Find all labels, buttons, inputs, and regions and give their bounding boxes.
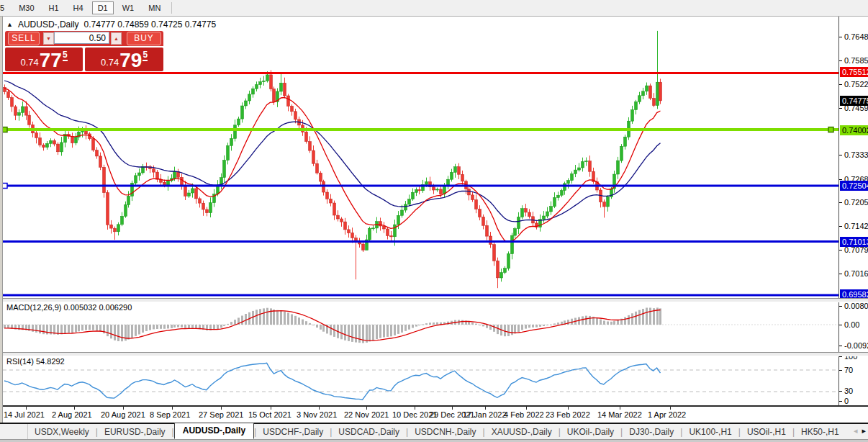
trade-panel-top-row: SELL ▼ ▲ BUY bbox=[5, 31, 163, 46]
buy-button[interactable]: BUY bbox=[127, 32, 161, 45]
chart-tab-bar: USDX,Weekly|EURUSD-,Daily|AUDUSD-,Daily|… bbox=[0, 424, 868, 439]
tab-scroll-left-icon[interactable]: ◂ bbox=[854, 426, 858, 436]
tab-scroll-arrows: ◂ ▸ bbox=[854, 426, 866, 436]
volume-decrease-icon[interactable]: ▼ bbox=[43, 32, 54, 45]
date-tick bbox=[620, 407, 620, 410]
collapse-trade-panel-icon[interactable]: ▲ bbox=[6, 21, 13, 28]
timeframe-button-H1[interactable]: H1 bbox=[43, 1, 65, 14]
date-tick bbox=[415, 407, 415, 410]
date-label: 22 Nov 2021 bbox=[344, 410, 389, 419]
buy-price-prefix: 0.74 bbox=[101, 57, 119, 68]
date-tick bbox=[670, 407, 671, 410]
buy-price-point: 5 bbox=[143, 50, 148, 61]
status-strip bbox=[0, 439, 868, 442]
date-label: 2 Aug 2021 bbox=[52, 410, 92, 419]
buy-price-button[interactable]: 0.74 79 5 bbox=[85, 48, 163, 71]
date-tick bbox=[485, 407, 486, 410]
chart-symbol-period: AUDUSD-,Daily bbox=[18, 19, 79, 30]
date-label: 3 Nov 2021 bbox=[297, 410, 337, 419]
tab-usdx-weekly[interactable]: USDX,Weekly bbox=[28, 425, 96, 438]
tab-bar-lead-notch bbox=[0, 424, 28, 439]
sell-price-point: 5 bbox=[63, 50, 68, 61]
date-label: 14 Mar 2022 bbox=[597, 410, 642, 419]
tab-usoil-h1[interactable]: USOil-,H1 bbox=[741, 425, 792, 438]
date-tick bbox=[221, 407, 222, 410]
timeframe-button-M30[interactable]: M30 bbox=[13, 1, 40, 14]
date-tick bbox=[526, 407, 527, 410]
macd-panel-separator[interactable] bbox=[0, 298, 868, 302]
timeframe-button-D1[interactable]: D1 bbox=[92, 1, 114, 14]
date-tick bbox=[319, 407, 320, 410]
date-tick bbox=[271, 407, 271, 410]
date-label: 15 Oct 2021 bbox=[248, 410, 291, 419]
date-tick bbox=[452, 407, 453, 410]
buy-price-pips: 79 bbox=[119, 50, 142, 71]
date-label: 23 Feb 2022 bbox=[546, 410, 590, 419]
date-label: 27 Sep 2021 bbox=[199, 410, 243, 419]
tab-hk50-h1[interactable]: HK50-,H1 bbox=[795, 425, 846, 438]
volume-increase-icon[interactable]: ▲ bbox=[111, 32, 122, 45]
tab-xauusd-daily[interactable]: XAUUSD-,Daily bbox=[485, 425, 559, 438]
date-label: 17 Jan 2022 bbox=[463, 410, 507, 419]
tab-usdcnh-daily[interactable]: USDCNH-,Daily bbox=[408, 425, 482, 438]
timeframe-button-MN[interactable]: MN bbox=[143, 1, 166, 14]
rsi-panel-separator[interactable] bbox=[0, 352, 868, 356]
tab-ukoil-daily[interactable]: UKOil-,Daily bbox=[561, 425, 620, 438]
date-tick bbox=[74, 407, 75, 410]
timeframe-button-H4[interactable]: H4 bbox=[68, 1, 89, 14]
date-tick bbox=[123, 407, 124, 410]
chart-title-row: ▲ AUDUSD-,Daily 0.74777 0.74859 0.74725 … bbox=[6, 19, 216, 30]
date-label: 14 Jul 2021 bbox=[4, 410, 45, 419]
rsi-indicator-label: RSI(14) 54.8292 bbox=[6, 357, 65, 366]
timeframe-button-5[interactable]: 5 bbox=[0, 1, 10, 14]
date-label: 1 Apr 2022 bbox=[648, 410, 686, 419]
toolbar-separator bbox=[171, 2, 172, 14]
macd-indicator-label: MACD(12,26,9) 0.005032 0.006290 bbox=[6, 303, 132, 312]
date-tick bbox=[172, 407, 173, 410]
tab-scroll-right-icon[interactable]: ▸ bbox=[862, 426, 866, 436]
one-click-trading-panel: SELL ▼ ▲ BUY 0.74 77 5 0.74 79 5 bbox=[5, 31, 163, 71]
tab-usdcad-daily[interactable]: USDCAD-,Daily bbox=[332, 425, 406, 438]
date-label: 20 Aug 2021 bbox=[101, 410, 145, 419]
time-axis[interactable]: 14 Jul 20212 Aug 202120 Aug 20218 Sep 20… bbox=[0, 405, 868, 424]
sell-price-pips: 77 bbox=[40, 50, 62, 71]
tab-audusd-daily[interactable]: AUDUSD-,Daily bbox=[174, 423, 254, 439]
timeframe-button-W1[interactable]: W1 bbox=[117, 1, 140, 14]
sell-price-prefix: 0.74 bbox=[20, 57, 38, 68]
date-label: 8 Sep 2021 bbox=[150, 410, 190, 419]
date-tick bbox=[568, 407, 569, 410]
date-tick bbox=[26, 407, 27, 410]
date-label: 4 Feb 2022 bbox=[504, 410, 544, 419]
sell-button[interactable]: SELL bbox=[8, 32, 40, 45]
tab-dj30-daily[interactable]: DJ30-,Daily bbox=[623, 425, 680, 438]
tab-eurusd-daily[interactable]: EURUSD-,Daily bbox=[98, 425, 172, 438]
window-left-border bbox=[0, 17, 3, 423]
volume-input[interactable] bbox=[54, 32, 109, 44]
price-axis bbox=[838, 17, 868, 407]
timeframe-toolbar: 5M30H1H4D1W1MN bbox=[0, 0, 868, 17]
chart-ohlc-values: 0.74777 0.74859 0.74725 0.74775 bbox=[84, 19, 217, 30]
date-tick bbox=[366, 407, 367, 410]
tab-uk100-h1[interactable]: UK100-,H1 bbox=[682, 425, 738, 438]
tab-usdchf-daily[interactable]: USDCHF-,Daily bbox=[256, 425, 330, 438]
sell-price-button[interactable]: 0.74 77 5 bbox=[5, 48, 83, 71]
